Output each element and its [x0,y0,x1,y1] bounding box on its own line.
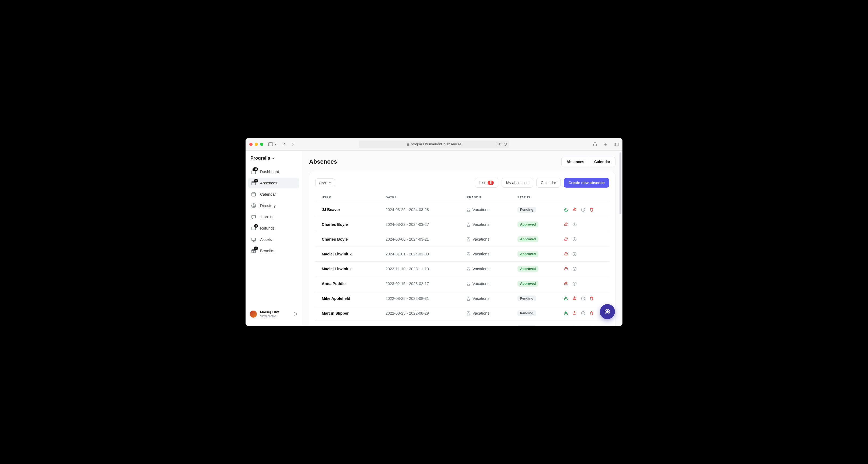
row-actions [564,311,603,315]
info-icon[interactable] [581,208,585,212]
info-icon[interactable] [581,296,585,301]
directory-icon [251,203,256,208]
reason-text: Vacations [472,237,490,241]
close-window-button[interactable] [249,143,252,146]
nav-badge: 14 [254,247,258,250]
cell-user: Maciej Litwiniuk [322,252,382,256]
reject-icon[interactable] [572,326,577,326]
row-actions [564,237,603,241]
sidebar-item-benefits[interactable]: 14 Benefits [248,245,299,256]
info-icon[interactable] [572,281,577,286]
cell-dates: 2022-08-25 - 2022-08-29 [385,311,463,315]
reject-icon[interactable] [564,252,568,256]
cell-user: Marcin Slipper [322,311,382,315]
scrollbar[interactable] [619,151,622,326]
profile-link[interactable]: Maciej Litw View profile [260,310,279,318]
translate-icon[interactable] [497,143,501,146]
reject-icon[interactable] [564,267,568,271]
reject-icon[interactable] [572,296,577,301]
sidebar-item-refunds[interactable]: 3 Refunds [248,223,299,234]
approve-icon[interactable] [564,208,568,212]
browser-window: prograils.humadroid.io/absences Prograil… [246,138,622,326]
delete-icon[interactable] [590,311,594,315]
delete-icon[interactable] [590,326,594,326]
address-bar[interactable]: prograils.humadroid.io/absences [359,141,509,148]
cell-reason: Vacations [467,296,514,301]
sidebar-item-calendar[interactable]: Calendar [248,189,299,200]
new-tab-icon[interactable] [603,142,608,147]
sidebar-toggle-button[interactable] [268,143,277,146]
row-actions [564,222,603,227]
chat-icon [251,214,256,220]
back-button[interactable] [283,143,286,146]
list-view-button[interactable]: List 5 [475,178,498,188]
info-icon[interactable] [581,326,585,326]
user-filter-dropdown[interactable]: User [315,179,335,187]
cell-status: Pending [518,310,561,316]
info-icon[interactable] [572,252,577,256]
table-row: Maciej Litwiniuk2024-01-01 - 2024-01-09V… [315,247,609,261]
workspace-name: Prograils [250,156,270,161]
table-row: Charles Boyle2024-03-22 - 2024-03-27Vaca… [315,217,609,232]
tab-calendar[interactable]: Calendar [589,157,615,166]
profile-sub: View profile [260,314,279,318]
cell-reason: Vacations [467,326,514,326]
svg-point-41 [575,268,575,268]
info-icon[interactable] [572,222,577,227]
status-badge: Approved [518,281,538,287]
cell-user: Charles Boyle [322,222,382,227]
tab-absences[interactable]: Absences [562,157,589,166]
th-dates: DATES [385,196,463,199]
vacation-icon [467,267,470,271]
info-icon[interactable] [581,311,585,315]
status-badge: Approved [518,236,538,242]
minimize-window-button[interactable] [255,143,258,146]
workspace-switcher[interactable]: Prograils [246,156,302,166]
sidebar-item-dashboard[interactable]: 137 Dashboard [248,166,299,177]
absences-card: User List 5 My absences Calendar Create … [309,172,616,326]
reject-icon[interactable] [572,208,577,212]
tabs-icon[interactable] [614,142,619,147]
approve-icon[interactable] [564,296,568,301]
reject-icon[interactable] [564,281,568,286]
svg-rect-0 [269,143,273,146]
delete-icon[interactable] [590,208,594,212]
info-icon[interactable] [572,267,577,271]
calendar-view-button[interactable]: Calendar [536,178,561,188]
info-icon[interactable] [572,237,577,241]
sidebar-item-1on1s[interactable]: 1-on-1s [248,212,299,222]
reject-icon[interactable] [564,222,568,227]
forward-button[interactable] [291,143,294,146]
logout-icon[interactable] [293,312,298,316]
reason-text: Vacations [472,311,490,315]
svg-point-35 [575,238,575,239]
my-absences-button[interactable]: My absences [502,178,533,188]
sidebar-item-label: Dashboard [260,169,279,174]
cell-status: Pending [518,207,561,213]
approve-icon[interactable] [564,311,568,315]
approve-icon[interactable] [564,326,568,326]
avatar[interactable] [249,310,257,318]
row-actions [564,267,603,271]
svg-point-44 [575,283,575,283]
sidebar-item-assets[interactable]: Assets [248,234,299,245]
cell-status: Approved [518,281,561,287]
svg-point-29 [583,209,584,209]
maximize-window-button[interactable] [260,143,263,146]
page-header: Absences Absences Calendar [309,157,616,167]
sidebar-item-directory[interactable]: Directory [248,200,299,211]
reload-icon[interactable] [503,143,507,146]
sidebar-item-absences[interactable]: 5 Absences [248,178,299,188]
delete-icon[interactable] [590,296,594,301]
chat-fab[interactable] [600,304,615,319]
create-absence-button[interactable]: Create new absence [564,178,609,188]
cell-user: Mike Applefield [322,296,382,301]
reject-icon[interactable] [564,237,568,241]
chevron-down-icon [272,157,275,160]
table-row: Charles Boyle2024-03-06 - 2024-03-21Vaca… [315,232,609,247]
svg-rect-20 [252,238,255,241]
share-icon[interactable] [593,142,597,147]
chevron-down-icon [329,181,332,184]
cell-status: Approved [518,221,561,227]
reject-icon[interactable] [572,311,577,315]
